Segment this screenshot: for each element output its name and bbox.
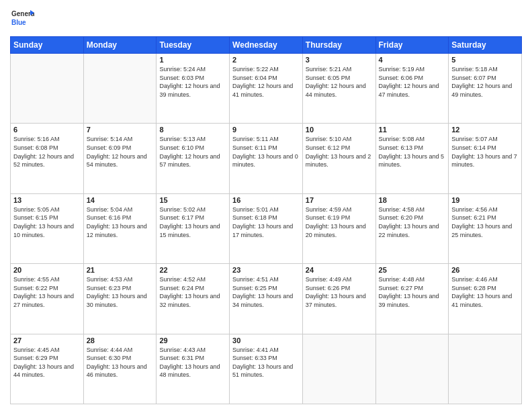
day-info: Sunrise: 4:45 AM Sunset: 6:29 PM Dayligh… <box>13 346 81 379</box>
col-header-thursday: Thursday <box>302 37 375 54</box>
day-cell <box>11 54 84 124</box>
day-info: Sunrise: 4:53 AM Sunset: 6:23 PM Dayligh… <box>87 275 154 309</box>
day-of-week-header: SundayMondayTuesdayWednesdayThursdayFrid… <box>11 37 522 54</box>
day-number: 25 <box>379 266 446 274</box>
day-number: 24 <box>306 266 373 274</box>
day-cell: 6Sunrise: 5:16 AM Sunset: 6:08 PM Daylig… <box>11 124 84 193</box>
day-cell: 14Sunrise: 5:04 AM Sunset: 6:16 PM Dayli… <box>83 193 157 263</box>
day-info: Sunrise: 4:51 AM Sunset: 6:25 PM Dayligh… <box>232 275 300 309</box>
day-cell <box>302 334 375 404</box>
day-cell: 21Sunrise: 4:53 AM Sunset: 6:23 PM Dayli… <box>83 264 157 334</box>
day-cell: 8Sunrise: 5:13 AM Sunset: 6:10 PM Daylig… <box>157 124 230 193</box>
day-cell: 4Sunrise: 5:19 AM Sunset: 6:06 PM Daylig… <box>375 54 449 124</box>
day-info: Sunrise: 5:18 AM Sunset: 6:07 PM Dayligh… <box>451 65 519 99</box>
day-info: Sunrise: 5:11 AM Sunset: 6:11 PM Dayligh… <box>232 135 300 169</box>
day-number: 29 <box>159 336 226 345</box>
svg-text:Blue: Blue <box>11 19 26 26</box>
day-number: 8 <box>159 126 226 134</box>
day-number: 6 <box>13 126 81 134</box>
day-number: 19 <box>451 196 519 204</box>
day-cell: 2Sunrise: 5:22 AM Sunset: 6:04 PM Daylig… <box>230 54 303 124</box>
day-cell: 11Sunrise: 5:08 AM Sunset: 6:13 PM Dayli… <box>375 124 449 193</box>
day-number: 15 <box>159 196 226 204</box>
calendar-table: SundayMondayTuesdayWednesdayThursdayFrid… <box>10 36 522 404</box>
week-row-4: 20Sunrise: 4:55 AM Sunset: 6:22 PM Dayli… <box>11 264 522 334</box>
day-cell: 25Sunrise: 4:48 AM Sunset: 6:27 PM Dayli… <box>375 264 449 334</box>
logo: General Blue <box>10 7 34 31</box>
day-cell: 13Sunrise: 5:05 AM Sunset: 6:15 PM Dayli… <box>11 193 84 263</box>
day-number: 28 <box>87 336 154 345</box>
page: General Blue SundayMondayTuesdayWednesda… <box>0 0 532 411</box>
day-info: Sunrise: 5:10 AM Sunset: 6:12 PM Dayligh… <box>306 135 373 169</box>
day-cell: 26Sunrise: 4:46 AM Sunset: 6:28 PM Dayli… <box>449 264 522 334</box>
day-info: Sunrise: 5:14 AM Sunset: 6:09 PM Dayligh… <box>87 135 154 169</box>
day-cell: 5Sunrise: 5:18 AM Sunset: 6:07 PM Daylig… <box>449 54 522 124</box>
day-number: 18 <box>379 196 446 204</box>
day-info: Sunrise: 4:59 AM Sunset: 6:19 PM Dayligh… <box>306 205 373 239</box>
day-number: 16 <box>232 196 300 204</box>
logo-text-block: General Blue <box>10 7 34 31</box>
col-header-tuesday: Tuesday <box>157 37 230 54</box>
day-cell: 23Sunrise: 4:51 AM Sunset: 6:25 PM Dayli… <box>230 264 303 334</box>
day-cell <box>375 334 449 404</box>
day-cell: 24Sunrise: 4:49 AM Sunset: 6:26 PM Dayli… <box>302 264 375 334</box>
day-info: Sunrise: 5:13 AM Sunset: 6:10 PM Dayligh… <box>159 135 226 169</box>
day-info: Sunrise: 4:43 AM Sunset: 6:31 PM Dayligh… <box>159 346 226 379</box>
day-cell: 27Sunrise: 4:45 AM Sunset: 6:29 PM Dayli… <box>11 334 84 404</box>
day-number: 11 <box>379 126 446 134</box>
day-info: Sunrise: 5:01 AM Sunset: 6:18 PM Dayligh… <box>232 205 300 239</box>
col-header-friday: Friday <box>375 37 449 54</box>
day-cell: 20Sunrise: 4:55 AM Sunset: 6:22 PM Dayli… <box>11 264 84 334</box>
day-info: Sunrise: 4:56 AM Sunset: 6:21 PM Dayligh… <box>451 205 519 239</box>
header: General Blue <box>10 7 522 31</box>
day-info: Sunrise: 5:19 AM Sunset: 6:06 PM Dayligh… <box>379 65 446 99</box>
day-number: 22 <box>159 266 226 274</box>
day-cell: 1Sunrise: 5:24 AM Sunset: 6:03 PM Daylig… <box>157 54 230 124</box>
day-info: Sunrise: 5:22 AM Sunset: 6:04 PM Dayligh… <box>232 65 300 99</box>
day-number: 10 <box>306 126 373 134</box>
week-row-2: 6Sunrise: 5:16 AM Sunset: 6:08 PM Daylig… <box>11 124 522 193</box>
day-cell: 19Sunrise: 4:56 AM Sunset: 6:21 PM Dayli… <box>449 193 522 263</box>
day-info: Sunrise: 5:04 AM Sunset: 6:16 PM Dayligh… <box>87 205 154 239</box>
day-info: Sunrise: 4:44 AM Sunset: 6:30 PM Dayligh… <box>87 346 154 379</box>
day-info: Sunrise: 5:08 AM Sunset: 6:13 PM Dayligh… <box>379 135 446 169</box>
day-info: Sunrise: 4:41 AM Sunset: 6:33 PM Dayligh… <box>232 346 300 379</box>
day-number: 12 <box>451 126 519 134</box>
week-row-3: 13Sunrise: 5:05 AM Sunset: 6:15 PM Dayli… <box>11 193 522 263</box>
day-cell <box>449 334 522 404</box>
day-number: 2 <box>232 56 300 64</box>
day-cell <box>83 54 157 124</box>
col-header-wednesday: Wednesday <box>230 37 303 54</box>
day-number: 3 <box>306 56 373 64</box>
day-info: Sunrise: 5:07 AM Sunset: 6:14 PM Dayligh… <box>451 135 519 169</box>
day-number: 1 <box>159 56 226 64</box>
day-info: Sunrise: 4:46 AM Sunset: 6:28 PM Dayligh… <box>451 275 519 309</box>
day-number: 4 <box>379 56 446 64</box>
calendar-body: 1Sunrise: 5:24 AM Sunset: 6:03 PM Daylig… <box>11 54 522 404</box>
col-header-monday: Monday <box>83 37 157 54</box>
day-cell: 15Sunrise: 5:02 AM Sunset: 6:17 PM Dayli… <box>157 193 230 263</box>
day-number: 5 <box>451 56 519 64</box>
day-number: 13 <box>13 196 81 204</box>
day-cell: 29Sunrise: 4:43 AM Sunset: 6:31 PM Dayli… <box>157 334 230 404</box>
day-number: 21 <box>87 266 154 274</box>
day-info: Sunrise: 4:52 AM Sunset: 6:24 PM Dayligh… <box>159 275 226 309</box>
day-info: Sunrise: 5:02 AM Sunset: 6:17 PM Dayligh… <box>159 205 226 239</box>
day-number: 26 <box>451 266 519 274</box>
week-row-1: 1Sunrise: 5:24 AM Sunset: 6:03 PM Daylig… <box>11 54 522 124</box>
day-cell: 30Sunrise: 4:41 AM Sunset: 6:33 PM Dayli… <box>230 334 303 404</box>
day-number: 23 <box>232 266 300 274</box>
day-number: 7 <box>87 126 154 134</box>
day-cell: 10Sunrise: 5:10 AM Sunset: 6:12 PM Dayli… <box>302 124 375 193</box>
day-cell: 22Sunrise: 4:52 AM Sunset: 6:24 PM Dayli… <box>157 264 230 334</box>
day-info: Sunrise: 5:16 AM Sunset: 6:08 PM Dayligh… <box>13 135 81 169</box>
day-cell: 9Sunrise: 5:11 AM Sunset: 6:11 PM Daylig… <box>230 124 303 193</box>
day-number: 27 <box>13 336 81 345</box>
day-cell: 28Sunrise: 4:44 AM Sunset: 6:30 PM Dayli… <box>83 334 157 404</box>
day-cell: 3Sunrise: 5:21 AM Sunset: 6:05 PM Daylig… <box>302 54 375 124</box>
day-info: Sunrise: 4:49 AM Sunset: 6:26 PM Dayligh… <box>306 275 373 309</box>
day-cell: 16Sunrise: 5:01 AM Sunset: 6:18 PM Dayli… <box>230 193 303 263</box>
day-number: 20 <box>13 266 81 274</box>
day-cell: 17Sunrise: 4:59 AM Sunset: 6:19 PM Dayli… <box>302 193 375 263</box>
day-number: 14 <box>87 196 154 204</box>
